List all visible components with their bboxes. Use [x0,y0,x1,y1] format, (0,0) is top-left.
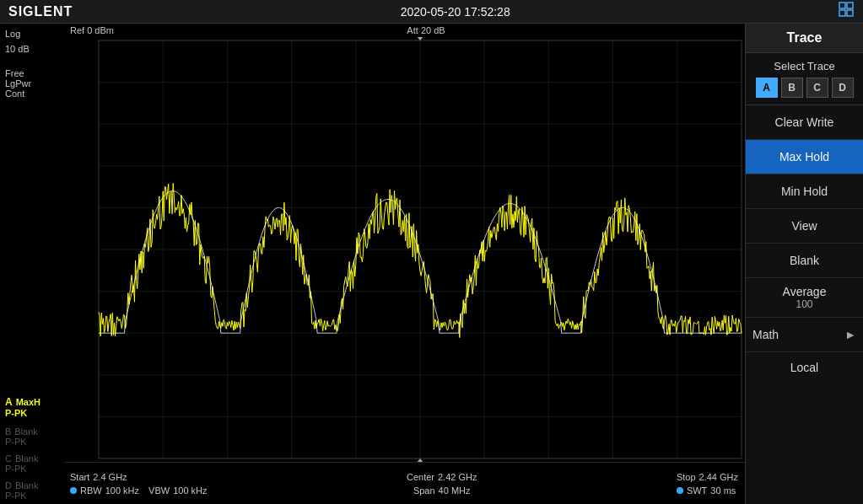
datetime: 2020-05-20 17:52:28 [401,5,510,19]
average-button[interactable]: Average 100 [746,278,863,318]
view-button[interactable]: View [746,209,863,244]
swt-dot [677,487,683,494]
center-value: 2.42 GHz [438,472,477,482]
vbw-label: VBW [148,485,170,496]
svg-rect-3 [847,10,853,16]
chart-wrapper: 0.0 -10.0 -20.0 -30.0 -40.0 -50.0 -60.0 … [63,37,745,462]
svg-rect-0 [839,3,845,8]
mode1: Free [5,68,58,78]
vbw-value: 100 kHz [173,485,207,496]
center-label: Center [407,472,434,482]
swt-label: SWT [687,485,707,496]
stop-value: 2.44 GHz [699,472,738,482]
mode3: Cont [5,88,58,99]
trace-c-det: P-PK [5,464,58,474]
trace-b-type: Blank [14,426,38,437]
start-label: Start [70,472,89,482]
select-trace-section: Select Trace A B C D [746,53,863,105]
trace-btn-d[interactable]: D [832,78,854,98]
stop-label: Stop [677,472,696,482]
start-value: 2.4 GHz [93,472,127,482]
ref-label: Ref 0 dBm [70,25,114,35]
math-arrow-icon: ► [844,328,856,341]
trace-a-label: A [5,396,13,408]
rbw-dot [70,487,77,494]
main-area: Log 10 dB Free LgPwr Cont A MaxH P-PK B … [0,24,863,504]
math-button[interactable]: Math ► [746,318,863,352]
span-value: 40 MHz [439,485,471,496]
rbw-label: RBW [80,485,102,496]
spectrum-chart [63,37,745,462]
header: SIGLENT 2020-05-20 17:52:28 [0,0,863,24]
trace-buttons: A B C D [751,78,858,98]
chart-bottom-bar: Start 2.4 GHz RBW 100 kHz VBW 100 kHz Ce… [63,462,745,504]
logo: SIGLENT [8,4,73,19]
trace-btn-b[interactable]: B [781,78,803,98]
trace-b-label: B [5,426,11,437]
trace-a-type: MaxH [16,397,40,407]
right-panel: Trace Select Trace A B C D Clear Write M… [745,24,863,504]
trace-btn-a[interactable]: A [756,78,778,98]
rbw-value: 100 kHz [105,485,139,496]
att-label: Att 20 dB [407,25,445,35]
trace-d-label: D [5,480,12,491]
trace-c-label: C [5,453,12,464]
trace-d-det: P-PK [5,491,58,501]
math-label: Math [752,328,779,341]
trace-a-det: P-PK [5,408,58,418]
mode2: LgPwr [5,78,58,88]
min-hold-button[interactable]: Min Hold [746,174,863,209]
clear-write-button[interactable]: Clear Write [746,105,863,140]
scale-mode: Log [5,27,58,42]
svg-rect-1 [847,3,853,8]
left-panel: Log 10 dB Free LgPwr Cont A MaxH P-PK B … [0,24,63,504]
chart-area: Ref 0 dBm Att 20 dB 0.0 -10.0 -20.0 -30.… [63,24,745,504]
trace-c-type: Blank [15,453,39,464]
trace-btn-c[interactable]: C [806,78,828,98]
scale-value: 10 dB [5,42,58,57]
local-button[interactable]: Local [746,352,863,383]
network-icon [838,1,855,22]
blank-button[interactable]: Blank [746,244,863,278]
chart-top-labels: Ref 0 dBm Att 20 dB [63,24,745,37]
max-hold-button[interactable]: Max Hold [746,140,863,174]
select-trace-label: Select Trace [751,60,858,72]
span-label: Span [413,485,435,496]
panel-title: Trace [746,24,863,53]
trace-b-det: P-PK [5,437,58,447]
swt-value: 30 ms [710,485,736,496]
trace-d-type: Blank [15,480,39,491]
svg-rect-2 [839,10,845,16]
